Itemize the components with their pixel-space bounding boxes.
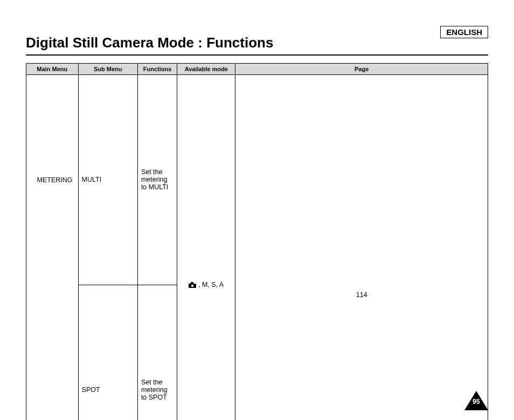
page-number: 95 — [464, 398, 488, 405]
svg-point-2 — [191, 285, 193, 287]
sub-menu-cell: SPOT — [78, 285, 137, 420]
col-main-menu: Main Menu — [26, 64, 79, 75]
page-title: Digital Still Camera Mode : Functions — [26, 35, 488, 56]
function-cell: Set the metering to SPOT — [137, 285, 177, 420]
language-tag: ENGLISH — [440, 26, 488, 38]
col-available-mode: Available mode — [177, 64, 235, 75]
svg-rect-1 — [191, 282, 193, 284]
col-functions: Functions — [137, 64, 177, 75]
page-cell: 114 — [235, 75, 488, 421]
page-number-badge: 95 — [464, 391, 488, 410]
col-page: Page — [235, 64, 488, 75]
function-cell: Set the metering to MULTI — [137, 75, 177, 285]
mode-cell: , M, S, A — [177, 75, 235, 421]
sub-menu-cell: MULTI — [78, 75, 137, 285]
functions-table: Main Menu Sub Menu Functions Available m… — [26, 63, 488, 420]
col-sub-menu: Sub Menu — [78, 64, 137, 75]
main-menu-cell: METERING — [26, 75, 79, 285]
camera-icon — [189, 282, 196, 288]
table-row: METERINGMULTISet the metering to MULTI ,… — [26, 75, 488, 285]
